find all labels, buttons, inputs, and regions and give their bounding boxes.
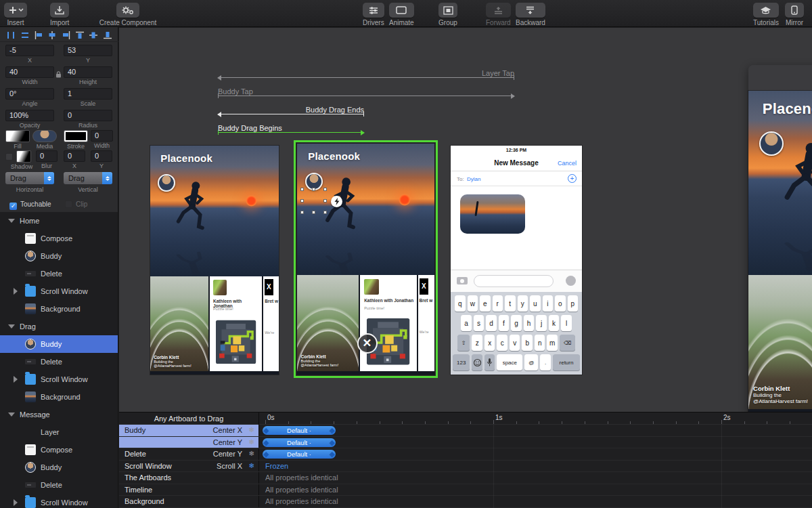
keyframe-diamond-icon[interactable]: ◆ [263,427,269,434]
artboard-drag-selected[interactable]: PlacenookCorbin KlettBuilding the@Atlant… [294,140,438,378]
disclosure-triangle-icon[interactable] [14,376,18,383]
stroke-swatch[interactable]: Stroke [64,130,88,150]
layer-item-layer[interactable]: Layer [0,423,118,441]
keyframe-diamond-icon[interactable]: ◆ [330,427,335,434]
period-key[interactable]: . [540,354,551,371]
key-e[interactable]: e [480,295,491,312]
selection-handle[interactable] [323,199,327,203]
layer-item-delete[interactable]: Delete [0,265,118,282]
key-t[interactable]: t [505,295,516,312]
disclosure-triangle-icon[interactable] [8,219,15,223]
disclosure-triangle-icon[interactable] [14,499,18,506]
card-corbin[interactable]: Corbin KlettBuilding the@AtlantaHarvest … [297,275,359,371]
key-p[interactable]: p [568,295,579,312]
selection-handle[interactable] [312,188,315,191]
y-input[interactable]: 53 [64,45,112,56]
layer-item-scroll-window[interactable]: Scroll Window [0,282,118,300]
timeline-row-timeline[interactable]: TimelineAll properties identical [119,484,812,496]
numbers-key[interactable]: 123 [453,354,470,371]
key-b[interactable]: b [522,335,533,351]
keyframe-diamond-icon[interactable]: ◆ [330,439,335,446]
add-contact-button[interactable]: + [568,174,577,183]
frozen-value[interactable]: Frozen [265,462,288,470]
drivers-button[interactable]: Drivers [363,3,384,26]
disclosure-triangle-icon[interactable] [8,412,15,417]
timeline-row-delete[interactable]: DeleteCenter Y❄◆Default ·◆ [119,448,812,461]
keyframe-diamond-icon[interactable]: ◆ [330,450,335,458]
camera-icon[interactable] [457,277,468,284]
layer-item-delete[interactable]: Delete [0,476,118,494]
key-y[interactable]: y [518,295,528,312]
layer-group-drag[interactable]: Drag [0,318,118,335]
artboard-home[interactable]: PlacenookCorbin KlettBuilding the@Atlant… [150,146,279,375]
selection-handle[interactable] [300,211,304,214]
key-k[interactable]: k [549,315,560,331]
key-a[interactable]: a [461,315,472,331]
photo-attachment[interactable] [460,194,525,234]
align-bottom-icon[interactable] [104,30,112,42]
key-c[interactable]: c [497,335,508,351]
layer-item-buddy[interactable]: Buddy [0,335,118,353]
radius-input[interactable]: 0 [64,110,112,121]
insert-button[interactable]: Insert [4,3,27,26]
selection-handle[interactable] [300,188,304,191]
align-center-horizontal-icon[interactable] [48,30,56,42]
timeline-row-continued[interactable]: Center Y❄◆Default ·◆ [119,437,812,449]
card-strip[interactable]: Corbin KlettBuilding the@AtlantaHarvest … [748,275,812,414]
at-key[interactable]: @ [524,354,538,371]
media-swatch[interactable]: Media [32,130,57,150]
delete-target-button[interactable]: ✕ [357,333,378,354]
key-i[interactable]: i [543,295,554,312]
fill-swatch[interactable]: Fill [5,130,30,150]
key-m[interactable]: m [547,335,558,351]
drag-vertical-select[interactable]: Drag [64,172,112,184]
import-button[interactable]: Import [50,3,69,26]
keyframe-span[interactable]: ◆Default ·◆ [263,426,336,435]
transition-arrow-buddy-tap[interactable] [218,96,514,96]
x-input[interactable]: -5 [5,45,54,56]
key-u[interactable]: u [530,295,541,312]
key-h[interactable]: h [524,315,535,331]
card-strip[interactable]: Corbin KlettBuilding the@AtlantaHarvest … [150,276,279,375]
key-z[interactable]: z [472,335,482,351]
layer-item-compose[interactable]: Compose [0,230,118,247]
key-s[interactable]: s [474,315,484,331]
animate-button[interactable]: Animate [389,3,414,26]
keyframe-diamond-icon[interactable]: ◆ [263,450,269,458]
height-input[interactable]: 40 [64,66,112,78]
return-key[interactable]: return [553,354,580,371]
dictation-key[interactable] [484,354,495,371]
key-x[interactable]: x [484,335,495,351]
lock-icon[interactable] [55,68,62,81]
shadow-swatch[interactable]: Shadow [16,150,31,170]
transition-arrow-buddy-drag-begins[interactable] [218,132,364,133]
drag-horizontal-select[interactable]: Drag [5,172,54,184]
stroke-width-input[interactable]: 0 [91,130,113,142]
key-f[interactable]: f [499,315,510,331]
backward-button[interactable]: Backward [516,3,545,26]
key-q[interactable]: q [455,295,466,312]
card-corbin[interactable]: Corbin KlettBuilding the@AtlantaHarvest … [748,275,812,410]
backspace-key[interactable]: ⌫ [560,335,575,351]
keyframe-span[interactable]: ◆Default ·◆ [263,438,336,447]
distribute-horizontal-icon[interactable] [7,30,15,42]
distribute-vertical-icon[interactable] [21,30,29,42]
layer-item-scroll-window[interactable]: Scroll Window [0,494,118,508]
mirror-button[interactable]: Mirror [785,3,804,26]
key-d[interactable]: d [486,315,497,331]
keyframe-span[interactable]: ◆Default ·◆ [263,450,336,459]
key-r[interactable]: r [493,295,503,312]
card-bret[interactable]: XBret wWe're [263,276,279,372]
layer-item-delete[interactable]: Delete [0,353,118,371]
buddy-avatar[interactable] [759,131,784,156]
key-g[interactable]: g [511,315,522,331]
layer-group-message[interactable]: Message [0,406,118,423]
angle-input[interactable]: 0° [5,88,54,100]
scale-input[interactable]: 1 [64,88,112,100]
dictation-icon[interactable] [566,276,576,286]
shadow-blur-input[interactable]: 0 [36,150,58,162]
layer-group-home[interactable]: Home [0,212,118,230]
align-right-icon[interactable] [62,30,70,42]
shadow-y-input[interactable]: 0 [91,150,112,162]
space-key[interactable]: space [497,354,522,371]
